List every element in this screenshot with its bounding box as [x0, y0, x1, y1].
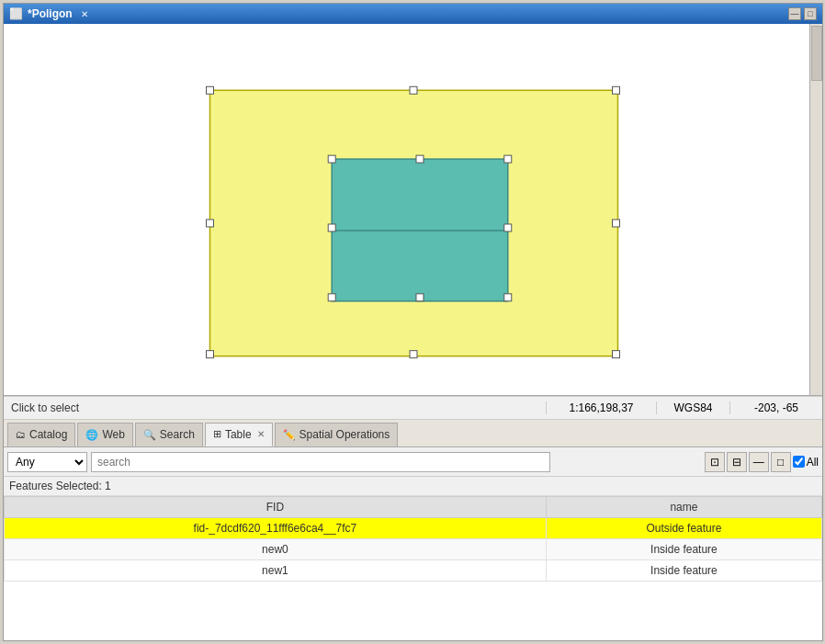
title-bar-left: ⬜ *Poligon ✕	[9, 7, 88, 20]
tab-table-label: Table	[225, 428, 252, 441]
svg-rect-2	[613, 86, 620, 94]
svg-rect-15	[416, 155, 424, 163]
data-table-container[interactable]: FID name fid-_7dcdf620_11fff6e6ca4__7fc7…	[4, 496, 822, 640]
table-row[interactable]: fid-_7dcdf620_11fff6e6ca4__7fc7 Outside …	[5, 518, 822, 539]
svg-rect-14	[504, 294, 512, 301]
cell-fid: new0	[5, 539, 547, 560]
tab-catalog-label: Catalog	[29, 428, 67, 441]
map-canvas	[4, 24, 822, 395]
table-row[interactable]: new0 Inside feature	[5, 539, 822, 560]
table-body: fid-_7dcdf620_11fff6e6ca4__7fc7 Outside …	[5, 518, 822, 582]
svg-rect-1	[207, 86, 214, 94]
title-bar: ⬜ *Poligon ✕ — □	[4, 4, 822, 24]
search-input[interactable]	[91, 452, 550, 472]
main-window: ⬜ *Poligon ✕ — □	[3, 3, 823, 641]
status-crs: WGS84	[657, 401, 730, 414]
svg-rect-4	[613, 351, 620, 358]
table-row[interactable]: new1 Inside feature	[5, 560, 822, 582]
svg-rect-7	[207, 220, 214, 227]
tab-search-label: Search	[160, 428, 195, 441]
svg-rect-3	[207, 351, 214, 358]
table-close-icon[interactable]: ✕	[257, 429, 265, 439]
svg-rect-18	[504, 224, 512, 232]
all-label: All	[807, 456, 819, 469]
status-bar: Click to select 1:166,198,37 WGS84 -203,…	[4, 396, 822, 420]
status-coords: -203, -65	[730, 401, 822, 414]
status-click-text: Click to select	[4, 401, 547, 414]
col-header-name[interactable]: name	[546, 497, 821, 518]
table-icon: ⊞	[213, 428, 221, 440]
title-controls: — □	[788, 7, 817, 20]
minimize-button[interactable]: —	[788, 7, 801, 20]
cell-name: Inside feature	[546, 560, 821, 582]
map-scrollbar[interactable]	[809, 24, 822, 395]
spatial-icon: ✏️	[283, 429, 296, 441]
tab-web-label: Web	[102, 428, 124, 441]
tab-bar: 🗂 Catalog 🌐 Web 🔍 Search ⊞ Table ✕ ✏️ Sp…	[4, 420, 822, 447]
map-scrollbar-thumb[interactable]	[811, 26, 822, 81]
svg-rect-6	[410, 351, 417, 358]
tab-search[interactable]: 🔍 Search	[135, 423, 203, 446]
col-header-fid[interactable]: FID	[5, 497, 547, 518]
tab-catalog[interactable]: 🗂 Catalog	[7, 423, 75, 446]
panel-minimize-btn[interactable]: —	[749, 452, 769, 472]
cell-fid: fid-_7dcdf620_11fff6e6ca4__7fc7	[5, 518, 547, 539]
status-scale: 1:166,198,37	[547, 401, 657, 414]
bottom-panel: 🗂 Catalog 🌐 Web 🔍 Search ⊞ Table ✕ ✏️ Sp…	[4, 420, 822, 640]
svg-rect-12	[504, 155, 512, 163]
panel-resize-btn-1[interactable]: ⊡	[705, 452, 725, 472]
filter-select[interactable]: Any Contains Starts with Ends with Exact	[7, 452, 87, 472]
tab-spatial[interactable]: ✏️ Spatial Operations	[275, 423, 399, 446]
panel-toolbar-left: Any Contains Starts with Ends with Exact	[7, 452, 550, 472]
panel-resize-btn-2[interactable]: ⊟	[727, 452, 747, 472]
search-icon: 🔍	[143, 429, 156, 441]
maximize-button[interactable]: □	[804, 7, 817, 20]
tab-table[interactable]: ⊞ Table ✕	[205, 423, 273, 446]
all-checkbox-area: All	[793, 456, 819, 469]
catalog-icon: 🗂	[16, 429, 26, 440]
svg-rect-17	[328, 224, 335, 232]
tab-web[interactable]: 🌐 Web	[77, 423, 132, 446]
map-area[interactable]	[4, 24, 822, 396]
panel-toolbar-right: ⊡ ⊟ — □ All	[705, 452, 819, 472]
svg-rect-5	[410, 86, 417, 94]
panel-maximize-btn[interactable]: □	[771, 452, 791, 472]
panel-toolbar: Any Contains Starts with Ends with Exact…	[4, 447, 822, 477]
svg-rect-13	[328, 294, 335, 301]
tab-close-button[interactable]: ✕	[81, 9, 88, 19]
table-header: FID name	[5, 497, 822, 518]
cell-fid: new1	[5, 560, 547, 582]
svg-rect-11	[328, 155, 335, 163]
svg-rect-8	[613, 220, 620, 227]
svg-rect-16	[416, 294, 424, 301]
tab-spatial-label: Spatial Operations	[299, 428, 390, 441]
all-checkbox[interactable]	[793, 456, 805, 468]
web-icon: 🌐	[85, 429, 98, 441]
cell-name: Inside feature	[546, 539, 821, 560]
data-table: FID name fid-_7dcdf620_11fff6e6ca4__7fc7…	[4, 496, 822, 582]
cell-name: Outside feature	[546, 518, 821, 539]
features-selected-label: Features Selected: 1	[4, 477, 822, 496]
window-icon: ⬜	[9, 7, 23, 20]
window-title: *Poligon	[28, 7, 73, 20]
